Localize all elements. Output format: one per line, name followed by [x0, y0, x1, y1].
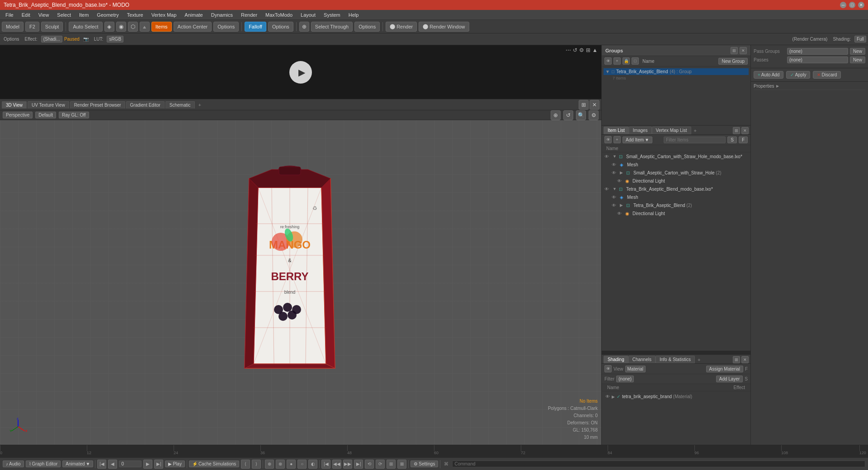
video-ctrl-3[interactable]: ⚙	[579, 47, 584, 53]
video-ctrl-4[interactable]: ⊞	[586, 47, 590, 53]
menu-system[interactable]: System	[320, 11, 344, 19]
settings-btn[interactable]: ⚙ Settings	[410, 461, 438, 467]
tab-uv-texture-view[interactable]: UV Texture View	[28, 101, 69, 108]
auto-add-btn[interactable]: + Auto Add	[754, 71, 783, 79]
video-ctrl-2[interactable]: ↺	[573, 47, 577, 53]
menu-select[interactable]: Select	[53, 11, 75, 19]
cache-btn-2[interactable]: ⟩	[252, 460, 261, 469]
trans-btn-2[interactable]: ⊗	[276, 460, 285, 469]
frame-end-btn[interactable]: ▶|	[154, 460, 163, 469]
shading-dropdown[interactable]: Full	[854, 36, 866, 42]
add-item-btn[interactable]: Add Item ▼	[623, 136, 652, 143]
vp-icon-3[interactable]: 🔍	[576, 110, 586, 120]
il-eye-icon-1[interactable]: 👁	[604, 154, 612, 159]
video-ctrl-5[interactable]: ▲	[592, 47, 598, 53]
menu-file[interactable]: File	[2, 11, 17, 19]
il-eye-icon-7[interactable]: 👁	[612, 203, 619, 208]
ray-gl-label[interactable]: Ray GL: Off	[59, 112, 89, 118]
menu-vertex-map[interactable]: Vertex Map	[148, 11, 180, 19]
add-item-list-tab[interactable]: +	[691, 127, 699, 134]
new-group-btn[interactable]: New Group	[718, 58, 748, 65]
il-expand-4[interactable]: ▶	[620, 203, 625, 207]
add-viewport-tab[interactable]: +	[196, 101, 204, 108]
frame-start-btn[interactable]: |◀	[97, 460, 106, 469]
render-button[interactable]: ⬤ Render	[386, 22, 417, 32]
il-eye-icon-6[interactable]: 👁	[612, 195, 619, 200]
options-button-1[interactable]: Options	[213, 22, 239, 32]
cache-btn-1[interactable]: ⟨	[241, 460, 250, 469]
il-expand-3[interactable]: ▼	[613, 187, 618, 191]
falloff-button[interactable]: Falloff	[245, 22, 266, 32]
pass-groups-dropdown[interactable]: (none)	[787, 48, 848, 55]
apply-btn[interactable]: ✓ Apply	[786, 71, 810, 79]
il-eye-icon-4[interactable]: 👁	[617, 179, 624, 183]
il-eye-icon-5[interactable]: 👁	[604, 187, 612, 192]
frame-ctrl-5[interactable]: ⟲	[365, 460, 374, 469]
frame-ctrl-3[interactable]: ▶▶	[343, 460, 352, 469]
timeline-numbers[interactable]: 0 12 24 36 48 60 72 84 96 108 120	[0, 445, 868, 457]
frame-ctrl-4[interactable]: ▶|	[354, 460, 363, 469]
auto-select-button[interactable]: Auto Select	[69, 22, 102, 32]
groups-expand-btn[interactable]: ⊞	[731, 47, 738, 54]
tab-channels[interactable]: Channels	[628, 356, 656, 363]
play-button[interactable]	[289, 61, 312, 84]
sh-filter-dropdown[interactable]: (none)	[616, 376, 634, 382]
menu-view[interactable]: View	[35, 11, 53, 19]
menu-dynamics[interactable]: Dynamics	[208, 11, 236, 19]
perspective-label[interactable]: Perspective	[3, 112, 33, 118]
menu-edit[interactable]: Edit	[18, 11, 34, 19]
command-input[interactable]	[452, 461, 865, 467]
frame-next-btn[interactable]: ▶	[143, 460, 152, 469]
audio-btn[interactable]: ♪ Audio	[3, 461, 24, 467]
sh-row-material[interactable]: 👁 ▶ ✓ tetra_brik_aseptic_brand (Material…	[604, 393, 749, 400]
tab-vertex-map-list[interactable]: Vertex Map List	[652, 127, 691, 134]
frame-input[interactable]	[119, 461, 142, 467]
f2-button[interactable]: F2	[25, 22, 39, 32]
select-through-button[interactable]: Select Through	[311, 22, 353, 32]
trans-btn-1[interactable]: ⊕	[265, 460, 274, 469]
vp-icon-2[interactable]: ↺	[563, 110, 573, 120]
item-list-scrollbar[interactable]	[602, 351, 750, 354]
effect-dropdown[interactable]: (Shadi...	[41, 36, 62, 42]
trans-btn-3[interactable]: ●	[287, 460, 296, 469]
menu-geometry[interactable]: Geometry	[93, 11, 122, 19]
3d-scene[interactable]: re:freshing MANGO & BERRY blend ♻	[0, 120, 601, 445]
groups-close-btn[interactable]: ✕	[740, 47, 747, 54]
il-add-btn[interactable]: +	[613, 136, 621, 143]
sculpt-button[interactable]: Sculpt	[41, 22, 63, 32]
frame-ctrl-1[interactable]: |◀	[321, 460, 330, 469]
il-row-scene1[interactable]: 👁 ▼ ⊡ Small_Aseptic_Carton_with_Straw_Ho…	[602, 152, 750, 160]
il-eye-icon-8[interactable]: 👁	[617, 211, 624, 216]
il-row-item1[interactable]: 👁 ▶ ⊡ Small_Aseptic_Carton_with_Straw_Ho…	[609, 169, 750, 177]
il-eye-icon-3[interactable]: 👁	[612, 170, 619, 175]
sh-eye-icon[interactable]: 👁	[605, 394, 610, 399]
maximize-button[interactable]: □	[849, 2, 855, 8]
passes-dropdown[interactable]: (none)	[787, 56, 848, 63]
tab-schematic[interactable]: Schematic	[165, 101, 195, 108]
shading-expand-btn[interactable]: ⊞	[733, 356, 740, 363]
select-icon-3[interactable]: ⬡	[128, 22, 138, 32]
new-pass-group-btn[interactable]: New	[850, 48, 865, 55]
select-icon-1[interactable]: ◈	[104, 22, 114, 32]
item-list-expand-btn[interactable]: ⊞	[733, 127, 740, 134]
frame-ctrl-6[interactable]: ⟳	[376, 460, 385, 469]
il-row-light2[interactable]: 👁 ◉ Directional Light	[614, 209, 750, 217]
assign-material-btn[interactable]: Assign Material	[706, 366, 743, 372]
il-eye-btn[interactable]: 👁	[604, 136, 612, 143]
lut-dropdown[interactable]: sRGB	[107, 36, 123, 42]
items-button[interactable]: Items	[151, 22, 172, 32]
vp-icon-4[interactable]: ⚙	[589, 110, 599, 120]
menu-maxtomode[interactable]: MaxToModo	[262, 11, 296, 19]
video-ctrl-1[interactable]: ⋯	[566, 47, 571, 53]
il-row-light1[interactable]: 👁 ◉ Directional Light	[614, 177, 750, 185]
trans-btn-5[interactable]: ◐	[308, 460, 317, 469]
menu-texture[interactable]: Texture	[123, 11, 147, 19]
close-button[interactable]: ✕	[858, 2, 864, 8]
discard-btn[interactable]: ✕ Discard	[813, 71, 841, 79]
il-row-mesh2[interactable]: 👁 ◈ Mesh	[609, 193, 750, 201]
groups-type-btn[interactable]: □	[632, 57, 639, 65]
minimize-button[interactable]: ─	[840, 2, 846, 8]
tab-info-statistics[interactable]: Info & Statistics	[656, 356, 695, 363]
il-row-item2[interactable]: 👁 ▶ ⊡ Tetra_Brik_Aseptic_Blend (2)	[609, 201, 750, 209]
add-layer-btn[interactable]: Add Layer	[716, 376, 743, 382]
